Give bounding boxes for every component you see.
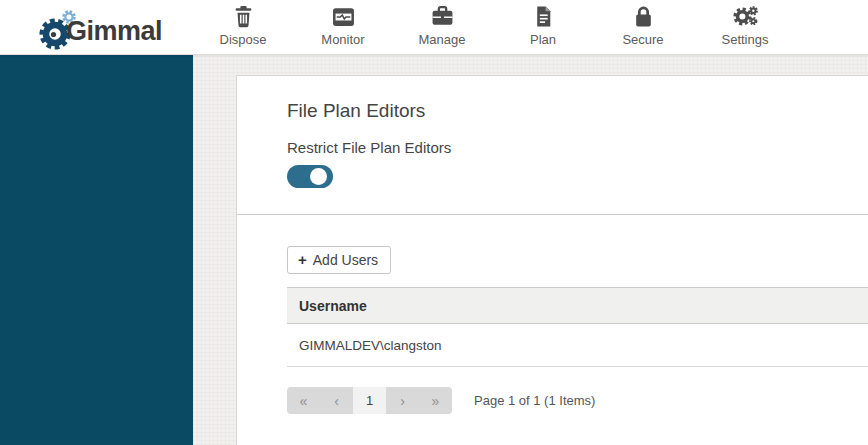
restrict-editors-section: File Plan Editors Restrict File Plan Edi… (237, 76, 868, 215)
gears-icon (700, 5, 790, 30)
current-page-button[interactable]: 1 (353, 387, 386, 414)
column-header-username[interactable]: Username (287, 288, 868, 324)
plus-icon: + (298, 251, 307, 268)
restrict-toggle-label: Restrict File Plan Editors (287, 139, 868, 156)
previous-page-button[interactable]: ‹ (320, 387, 353, 414)
add-users-button-label: Add Users (313, 252, 378, 268)
toggle-knob (310, 168, 327, 185)
pagination-status: Page 1 of 1 (1 Items) (474, 393, 595, 408)
add-users-button[interactable]: + Add Users (287, 246, 391, 274)
file-plan-editors-panel: File Plan Editors Restrict File Plan Edi… (236, 75, 868, 445)
nav-item-manage[interactable]: Manage (397, 5, 487, 51)
monitor-icon (298, 5, 388, 30)
editors-list-section: + Add Users Username GIMMALDEV\clangston (237, 215, 868, 414)
nav-label-monitor: Monitor (298, 32, 388, 47)
editors-table: Username GIMMALDEV\clangston (287, 287, 868, 367)
next-page-button[interactable]: › (386, 387, 419, 414)
gimmal-logo[interactable]: Gimmal (38, 4, 168, 52)
document-icon (498, 5, 588, 30)
briefcase-icon (397, 5, 487, 30)
restrict-editors-toggle[interactable] (287, 165, 333, 188)
left-sidebar (0, 55, 193, 445)
nav-item-dispose[interactable]: Dispose (198, 5, 288, 51)
last-page-button[interactable]: » (419, 387, 452, 414)
table-row[interactable]: GIMMALDEV\clangston (287, 324, 868, 367)
nav-label-plan: Plan (498, 32, 588, 47)
nav-label-secure: Secure (598, 32, 688, 47)
top-navigation-bar: Gimmal Dispose Monitor (0, 0, 868, 55)
trash-icon (198, 5, 288, 30)
nav-label-dispose: Dispose (198, 32, 288, 47)
nav-label-manage: Manage (397, 32, 487, 47)
nav-item-settings[interactable]: Settings (700, 5, 790, 51)
page-title: File Plan Editors (287, 100, 868, 122)
pagination-bar: « ‹ 1 › » Page 1 of 1 (1 Items) (287, 387, 868, 414)
lock-icon (598, 5, 688, 30)
nav-item-plan[interactable]: Plan (498, 5, 588, 51)
first-page-button[interactable]: « (287, 387, 320, 414)
nav-label-settings: Settings (700, 32, 790, 47)
workspace-background: File Plan Editors Restrict File Plan Edi… (193, 55, 868, 445)
pager-buttons: « ‹ 1 › » (287, 387, 452, 414)
username-cell: GIMMALDEV\clangston (287, 324, 868, 367)
nav-item-secure[interactable]: Secure (598, 5, 688, 51)
gimmal-logo-text: Gimmal (66, 16, 162, 47)
nav-item-monitor[interactable]: Monitor (298, 5, 388, 51)
